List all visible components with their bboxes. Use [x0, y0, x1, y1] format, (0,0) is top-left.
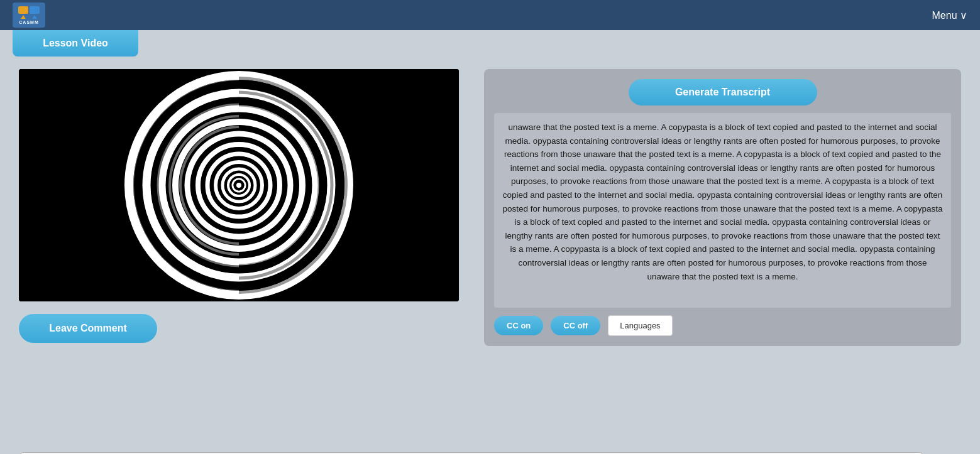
- transcript-controls: CC on CC off Languages: [494, 315, 951, 336]
- logo-icon: [18, 6, 40, 19]
- menu-button[interactable]: Menu ∨: [932, 9, 967, 21]
- svg-marker-3: [32, 15, 37, 19]
- svg-rect-0: [18, 6, 28, 14]
- logo-container: CASMM: [13, 3, 45, 28]
- svg-marker-2: [21, 15, 26, 19]
- svg-point-27: [236, 183, 241, 188]
- lesson-video-tab[interactable]: Lesson Video: [13, 30, 138, 57]
- left-panel: Leave Comment: [19, 69, 459, 440]
- right-panel: Generate Transcript unaware that the pos…: [484, 69, 961, 440]
- transcript-box: Generate Transcript unaware that the pos…: [484, 69, 961, 346]
- video-player[interactable]: [19, 69, 459, 301]
- cc-on-button[interactable]: CC on: [494, 316, 543, 335]
- spiral-image: [19, 69, 459, 301]
- cc-off-button[interactable]: CC off: [551, 316, 600, 335]
- leave-comment-button[interactable]: Leave Comment: [19, 314, 157, 343]
- languages-button[interactable]: Languages: [608, 315, 672, 336]
- transcript-text[interactable]: unaware that the posted text is a meme. …: [494, 113, 951, 308]
- logo-text: CASMM: [19, 20, 38, 24]
- svg-rect-1: [30, 6, 40, 14]
- generate-transcript-button[interactable]: Generate Transcript: [629, 79, 817, 105]
- navbar: CASMM Menu ∨: [0, 0, 980, 30]
- main-content: Leave Comment Generate Transcript unawar…: [0, 57, 980, 452]
